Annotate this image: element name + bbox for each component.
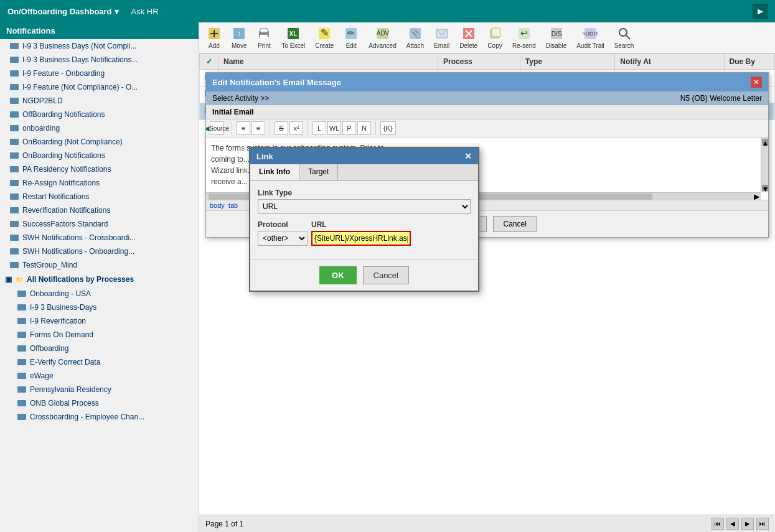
play-icon: ▶	[758, 7, 763, 16]
print-label: Print	[258, 42, 271, 49]
email-label: Email	[434, 42, 449, 49]
source-button[interactable]: ◀ Source	[210, 121, 223, 135]
play-button[interactable]: ▶	[753, 4, 768, 19]
sidebar-item-15[interactable]: SWH Notifications - Onboarding...	[0, 245, 199, 258]
to-excel-button[interactable]: XL To Excel	[278, 25, 309, 50]
sidebar-sub-ewage[interactable]: eWage	[0, 369, 199, 383]
attach-button[interactable]: 📎 Attach	[403, 25, 428, 50]
svg-text:XL: XL	[289, 30, 298, 37]
sidebar-item-2[interactable]: I-9 Feature - Onboarding	[0, 67, 199, 80]
body-tag[interactable]: body	[210, 202, 225, 209]
align-left-btn[interactable]: ≡	[237, 121, 250, 135]
sidebar-item-pa-residency[interactable]: PA Residency Notifications	[0, 162, 199, 176]
sidebar-sub-label-0: Onboarding - USA	[30, 289, 91, 298]
cancel-button[interactable]: Cancel	[363, 266, 409, 284]
edit-button[interactable]: ✏ Edit	[340, 25, 362, 50]
strikethrough-btn[interactable]: S	[275, 121, 288, 135]
ask-hr-link[interactable]: Ask HR	[131, 7, 159, 16]
initial-email-tab[interactable]: Initial Email	[206, 105, 768, 119]
L-btn[interactable]: L	[312, 121, 326, 135]
superscript-btn[interactable]: x²	[289, 121, 303, 135]
sidebar-item-restart[interactable]: Restart Notifications	[0, 190, 199, 203]
sidebar-item-1[interactable]: I-9 3 Business Days Notifications...	[0, 53, 199, 67]
sidebar-sub-onb-global[interactable]: ONB Global Process	[0, 396, 199, 410]
sub-icon-6	[17, 373, 26, 379]
sidebar-sub-pa-residency[interactable]: Pennsylvania Residency	[0, 383, 199, 396]
advanced-button[interactable]: ADV Advanced	[365, 25, 400, 50]
P-btn[interactable]: P	[342, 121, 356, 135]
scroll-right-btn[interactable]: ▶	[754, 192, 759, 200]
sidebar-item-13[interactable]: SuccessFactors Standard	[0, 217, 199, 231]
move-icon: ↕	[232, 26, 247, 41]
prev-page-button[interactable]: ◀	[726, 518, 739, 530]
copy-button[interactable]: Copy	[484, 25, 506, 50]
protocol-select[interactable]: <other>http://https://ftp://	[258, 231, 308, 246]
app-title[interactable]: On/Offboarding Dashboard ▾	[7, 7, 119, 16]
sidebar-item-label-13: SuccessFactors Standard	[22, 220, 108, 228]
advanced-icon: ADV	[375, 26, 390, 41]
edit-modal-close-button[interactable]: ✕	[751, 77, 762, 88]
sidebar-sub-onboarding-usa[interactable]: Onboarding - USA	[0, 287, 199, 301]
sidebar-sub-offboarding[interactable]: Offboarding	[0, 342, 199, 355]
sidebar-item-16[interactable]: TestGroup_Mind	[0, 258, 199, 272]
ok-button[interactable]: OK	[319, 266, 357, 284]
WL-btn[interactable]: WL	[327, 121, 341, 135]
move-button[interactable]: ↕ Move	[228, 25, 250, 50]
modal-cancel-button[interactable]: Cancel	[493, 216, 537, 232]
sidebar-item-12[interactable]: Reverification Notifications	[0, 203, 199, 217]
delete-button[interactable]: Delete	[456, 25, 481, 50]
add-button[interactable]: Add	[203, 25, 225, 50]
col-name: Name	[218, 54, 438, 70]
tab-link-info[interactable]: Link Info	[250, 164, 299, 180]
sidebar-sub-everify[interactable]: E-Verify Correct Data	[0, 355, 199, 369]
link-dialog-body: Link Type URLEmailAnchor Protocol <other…	[250, 181, 478, 259]
svg-line-31	[626, 35, 630, 39]
sidebar-item-3[interactable]: I-9 Feature (Not Compliance) - O...	[0, 80, 199, 94]
sidebar-sub-crossboarding[interactable]: Crossboarding - Employee Chan...	[0, 410, 199, 424]
sidebar-item-14[interactable]: SWH Notifications - Crossboardi...	[0, 231, 199, 245]
create-button[interactable]: ✎ Create	[311, 25, 337, 50]
sub-icon-2	[17, 318, 26, 324]
print-button[interactable]: Print	[253, 25, 275, 50]
editor-vertical-scrollbar[interactable]: ▲ ▼	[761, 138, 768, 192]
sidebar-item-reassign[interactable]: Re-Assign Notifications	[0, 176, 199, 190]
sidebar-item-6[interactable]: onboarding	[0, 121, 199, 135]
select-activity-text: Select Activity >>	[212, 94, 269, 103]
N-btn[interactable]: N	[357, 121, 371, 135]
tab-target[interactable]: Target	[299, 164, 338, 180]
link-type-select[interactable]: URLEmailAnchor	[258, 199, 471, 214]
sidebar-item-0[interactable]: I-9 3 Business Days (Not Compli...	[0, 39, 199, 53]
link-dialog-close-button[interactable]: ✕	[464, 151, 472, 161]
sidebar-item-7[interactable]: OnBoarding (Not Compliance)	[0, 135, 199, 149]
search-button[interactable]: Search	[611, 25, 638, 50]
svg-text:↩: ↩	[520, 28, 528, 38]
sidebar-sub-i9-3[interactable]: I-9 3 Business-Days	[0, 301, 199, 314]
table-tag[interactable]: tab	[228, 202, 238, 209]
disable-label: Disable	[546, 42, 566, 49]
sidebar-item-5[interactable]: OffBoarding Notifications	[0, 108, 199, 121]
url-col: URL	[311, 220, 471, 246]
sidebar-section-all-notifications[interactable]: ▣ 📁 All Notifications by Processes	[0, 272, 199, 287]
bottom-bar: Page 1 of 1 ⏮ ◀ ▶ ⏭	[199, 515, 775, 532]
audit-trail-button[interactable]: AUDIT Audit Trail	[573, 25, 608, 50]
sidebar-item-4[interactable]: NGDP2BLD	[0, 94, 199, 108]
resend-button[interactable]: ↩ Re-send	[509, 25, 540, 50]
next-page-button[interactable]: ▶	[741, 518, 754, 530]
sidebar-sub-forms-on-demand[interactable]: Forms On Demand	[0, 328, 199, 342]
pagination-controls: ⏮ ◀ ▶ ⏭	[712, 518, 769, 530]
scroll-up-btn[interactable]: ▲	[762, 139, 768, 145]
sidebar-item-label-14: SWH Notifications - Crossboardi...	[22, 233, 136, 242]
audit-label: Audit Trail	[576, 42, 604, 49]
scroll-down-btn[interactable]: ▼	[762, 185, 768, 191]
sub-icon-3	[17, 332, 26, 338]
move-label: Move	[232, 42, 247, 49]
K-btn[interactable]: {K}	[380, 121, 396, 135]
last-page-button[interactable]: ⏭	[756, 518, 769, 530]
disable-button[interactable]: DIS Disable	[542, 25, 570, 50]
email-button[interactable]: Email	[430, 25, 453, 50]
url-input[interactable]	[311, 231, 411, 246]
sidebar-item-8[interactable]: OnBoarding Notifications	[0, 149, 199, 162]
sidebar-sub-i9-reverify[interactable]: I-9 Reverification	[0, 314, 199, 328]
align-center-btn[interactable]: ≡	[251, 121, 265, 135]
first-page-button[interactable]: ⏮	[712, 518, 724, 530]
